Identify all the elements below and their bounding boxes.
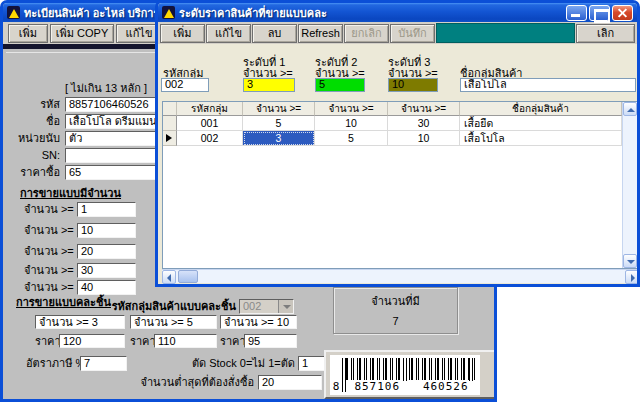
- mixed-group-label: รหัสกลุ่มสินค้าแบบคละชิ้น: [81, 299, 236, 314]
- level2-qty-field[interactable]: 5: [315, 78, 365, 92]
- bg-window-title: ทะเบียนสินค้า อะไหล่ บริการ: [24, 4, 159, 22]
- name-label: ชื่อ: [6, 114, 60, 129]
- group-name-field[interactable]: เสื้อโปโล: [460, 78, 636, 92]
- grid-cell[interactable]: 10: [315, 116, 388, 131]
- tax-rate-field[interactable]: 7: [80, 356, 127, 371]
- on-hand-groupbox: จำนวนที่มี 7: [333, 287, 458, 334]
- barcode-group2: 460526: [416, 381, 477, 393]
- level1-qty-field[interactable]: 3: [243, 78, 295, 92]
- tax-rate-label: อัตราภาษี %: [26, 356, 85, 371]
- barcode-bars: [344, 358, 475, 380]
- price-field-2[interactable]: 110: [154, 334, 217, 348]
- barcode-panel: 8 857106 460526: [324, 350, 496, 399]
- screen: ทะเบียนสินค้า อะไหล่ บริการ เพิ่ม เพิ่ม …: [0, 0, 640, 402]
- dialog-title: ระดับราคาสินค้าที่ขายแบบคละ: [179, 4, 327, 22]
- exit-button[interactable]: เลิก: [576, 24, 635, 43]
- delete-button[interactable]: ลบ: [252, 24, 297, 43]
- current-row-header[interactable]: [163, 131, 177, 146]
- grid-header[interactable]: จำนวน >=: [388, 102, 460, 116]
- grid-header[interactable]: ชื่อกลุ่มสินค้า: [460, 102, 622, 116]
- scrollbar-thumb[interactable]: [178, 270, 198, 283]
- group-code-field[interactable]: 002: [161, 78, 209, 92]
- window-price-levels-dialog: ระดับราคาสินค้าที่ขายแบบคละ เพิ่ม แก้ไข …: [155, 0, 640, 287]
- grid-cell[interactable]: 001: [177, 116, 243, 131]
- grid-table: รหัสกลุ่ม จำนวน >= จำนวน >= จำนวน >= ชื่…: [163, 102, 638, 146]
- grid-cell[interactable]: เสื้อยืด: [460, 116, 622, 131]
- grid-vertical-scrollbar[interactable]: [622, 102, 638, 268]
- mixed-qty-box-3[interactable]: จำนวน >= 10: [220, 315, 297, 329]
- barcode-group1: 857106: [347, 381, 408, 393]
- grid-cell[interactable]: 30: [388, 116, 460, 131]
- toolbar-teal-filler: [436, 23, 575, 43]
- qty-row-field[interactable]: 20: [77, 244, 136, 259]
- unit-label: หน่วยนับ: [6, 131, 60, 146]
- qty-row-field[interactable]: 1: [77, 202, 136, 217]
- barcode-digits: 8 857106 460526: [331, 380, 476, 393]
- grid-cell[interactable]: เสื้อโปโล: [460, 131, 622, 146]
- qty-pricing-heading: การขายแบบมีจำนวน: [20, 184, 121, 202]
- grid-horizontal-scrollbar[interactable]: [162, 269, 639, 283]
- warning-triangle-app-icon: [162, 6, 175, 19]
- add-copy-button[interactable]: เพิ่ม COPY: [50, 24, 114, 43]
- grid-corner-header: [163, 102, 177, 116]
- save-button: บันทึก: [390, 24, 435, 43]
- close-button-icon[interactable]: [612, 5, 633, 21]
- mixed-group-combobox: 002: [239, 299, 294, 314]
- qty-row-field[interactable]: 10: [77, 223, 136, 238]
- cut-stock-label: ตัด Stock 0=ไม่ 1=ตัด: [183, 356, 295, 371]
- price-label-3: ราคา: [220, 334, 246, 349]
- maximize-button-icon[interactable]: [589, 5, 610, 21]
- qty-row-field[interactable]: 30: [77, 263, 136, 278]
- min-order-field[interactable]: 20: [258, 375, 322, 390]
- scroll-right-arrow-icon[interactable]: [625, 270, 639, 284]
- combo-dropdown-arrow-icon: [278, 300, 293, 313]
- scroll-up-arrow-icon[interactable]: [623, 102, 637, 116]
- grid-cell-selected[interactable]: 3: [243, 131, 315, 146]
- code-label: รหัส: [6, 97, 60, 112]
- grid-cell[interactable]: 002: [177, 131, 243, 146]
- price-field-3[interactable]: 95: [244, 334, 297, 348]
- row-header[interactable]: [163, 116, 177, 131]
- dialog-client-area: ระดับที่ 1 ระดับที่ 2 ระดับที่ 3 รหัสกลุ…: [161, 47, 640, 287]
- dialog-toolbar: เพิ่ม แก้ไข ลบ Refresh ยกเลิก บันทึก เลิ…: [158, 22, 637, 44]
- refresh-button[interactable]: Refresh: [298, 24, 343, 43]
- scroll-left-arrow-icon[interactable]: [162, 270, 176, 284]
- barcode: 8 857106 460526: [330, 355, 480, 395]
- on-hand-value: 7: [334, 315, 457, 327]
- add-button[interactable]: เพิ่ม: [160, 24, 205, 43]
- current-row-indicator-icon: [166, 134, 172, 142]
- price-level-grid: รหัสกลุ่ม จำนวน >= จำนวน >= จำนวน >= ชื่…: [162, 101, 639, 269]
- dialog-titlebar[interactable]: ระดับราคาสินค้าที่ขายแบบคละ: [158, 3, 637, 22]
- mixed-group-value: 002: [240, 300, 278, 313]
- buy-price-label: ราคาซื้อ: [6, 165, 60, 180]
- qty-row-label: จำนวน >=: [24, 263, 73, 278]
- digits-hint-label: [ ไม่เกิน 13 หลัก ]: [65, 81, 147, 96]
- on-hand-label: จำนวนที่มี: [334, 292, 457, 310]
- caption-buttons: [566, 5, 633, 21]
- cancel-button: ยกเลิก: [344, 24, 389, 43]
- qty-row-label: จำนวน >=: [24, 223, 73, 238]
- price-field-1[interactable]: 120: [59, 334, 125, 348]
- scroll-down-arrow-icon[interactable]: [623, 254, 637, 268]
- qty-row-label: จำนวน >=: [24, 244, 73, 259]
- sn-label: SN:: [6, 148, 60, 163]
- grid-header[interactable]: จำนวน >=: [243, 102, 315, 116]
- minimize-button-icon[interactable]: [566, 5, 587, 21]
- add-button[interactable]: เพิ่ม: [8, 24, 48, 43]
- barcode-lead-digit: 8: [331, 381, 341, 393]
- price-label-1: ราคา: [35, 334, 61, 349]
- grid-cell[interactable]: 5: [243, 116, 315, 131]
- mixed-qty-box-1[interactable]: จำนวน >= 3: [35, 315, 125, 329]
- warning-triangle-app-icon: [7, 6, 20, 19]
- qty-row-label: จำนวน >=: [24, 202, 73, 217]
- level3-qty-field[interactable]: 10: [388, 78, 438, 92]
- grid-cell[interactable]: 10: [388, 131, 460, 146]
- grid-header[interactable]: จำนวน >=: [315, 102, 388, 116]
- grid-cell[interactable]: 5: [315, 131, 388, 146]
- grid-header[interactable]: รหัสกลุ่ม: [177, 102, 243, 116]
- min-order-label: จำนวนต่ำสุดที่ต้องสั่งซื้อ: [118, 375, 254, 390]
- mixed-qty-box-2[interactable]: จำนวน >= 5: [130, 315, 217, 329]
- edit-button[interactable]: แก้ไข: [206, 24, 251, 43]
- price-label-2: ราคา: [130, 334, 156, 349]
- cut-stock-field[interactable]: 1: [298, 356, 325, 371]
